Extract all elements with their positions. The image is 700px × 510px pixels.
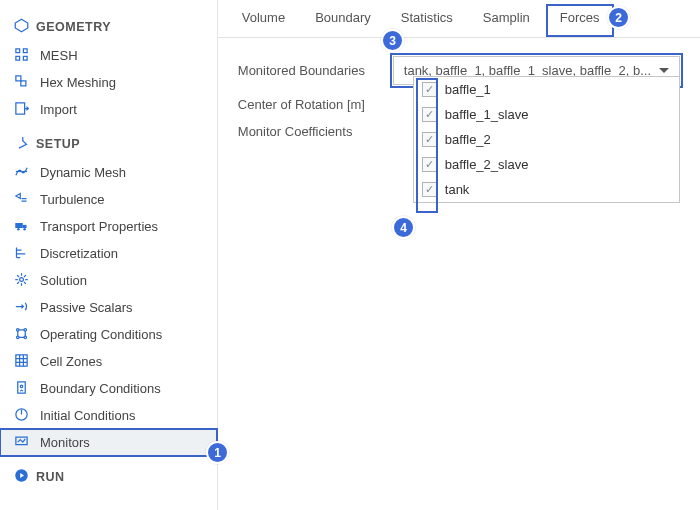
- nav-solution[interactable]: Solution: [0, 267, 217, 294]
- section-geometry[interactable]: GEOMETRY: [0, 12, 217, 42]
- main-panel: Volume Boundary Statistics Samplin Force…: [218, 0, 700, 510]
- svg-rect-6: [16, 103, 25, 114]
- section-label: RUN: [36, 470, 65, 484]
- svg-point-14: [17, 336, 20, 339]
- nav-label: Initial Conditions: [40, 408, 135, 423]
- section-label: GEOMETRY: [36, 20, 111, 34]
- checkbox-icon[interactable]: ✓: [422, 182, 437, 197]
- nav-initial-conditions[interactable]: Initial Conditions: [0, 402, 217, 429]
- nav-mesh[interactable]: MESH: [0, 42, 217, 69]
- nav-label: Turbulence: [40, 192, 105, 207]
- nav-label: MESH: [40, 48, 78, 63]
- operating-icon: [14, 326, 40, 343]
- boundary-icon: [14, 380, 40, 397]
- dynamic-icon: [14, 164, 40, 181]
- monitor-coeff-label: Monitor Coefficients: [238, 124, 393, 139]
- initial-icon: [14, 407, 40, 424]
- monitors-icon: [14, 434, 40, 451]
- nav-label: Hex Meshing: [40, 75, 116, 90]
- nav-hex-meshing[interactable]: Hex Meshing: [0, 69, 217, 96]
- callout-badge-4: 4: [392, 216, 415, 239]
- sidebar: GEOMETRY MESH Hex Meshing Import SETUP D…: [0, 0, 218, 510]
- tab-forces[interactable]: Forces: [546, 4, 614, 37]
- nav-monitors[interactable]: Monitors: [0, 429, 217, 456]
- option-label: baffle_1: [445, 82, 491, 97]
- solution-icon: [14, 272, 40, 289]
- svg-rect-1: [23, 49, 27, 53]
- tab-boundary[interactable]: Boundary: [301, 4, 385, 37]
- nav-label: Boundary Conditions: [40, 381, 161, 396]
- mesh-icon: [14, 47, 40, 64]
- option-tank[interactable]: ✓ tank: [414, 177, 679, 202]
- import-icon: [14, 101, 40, 118]
- tab-volume[interactable]: Volume: [228, 4, 299, 37]
- nav-label: Transport Properties: [40, 219, 158, 234]
- checkbox-icon[interactable]: ✓: [422, 107, 437, 122]
- svg-rect-5: [21, 81, 26, 86]
- scalars-icon: [14, 299, 40, 316]
- discretization-icon: [14, 245, 40, 262]
- svg-point-10: [23, 228, 26, 231]
- svg-rect-2: [16, 56, 20, 60]
- boundaries-dropdown-list: ✓ baffle_1 ✓ baffle_1_slave ✓ baffle_2 ✓…: [413, 76, 680, 203]
- callout-badge-1: 1: [206, 441, 229, 464]
- nav-label: Solution: [40, 273, 87, 288]
- option-baffle-2-slave[interactable]: ✓ baffle_2_slave: [414, 152, 679, 177]
- nav-transport[interactable]: Transport Properties: [0, 213, 217, 240]
- callout-badge-2: 2: [607, 6, 630, 29]
- nav-label: Cell Zones: [40, 354, 102, 369]
- hex-icon: [14, 74, 40, 91]
- tab-label: Statistics: [401, 10, 453, 25]
- tab-label: Forces: [560, 10, 600, 25]
- section-run[interactable]: RUN: [0, 462, 217, 492]
- option-label: baffle_2_slave: [445, 157, 529, 172]
- tab-label: Samplin: [483, 10, 530, 25]
- svg-rect-7: [15, 223, 23, 228]
- svg-point-9: [17, 228, 20, 231]
- svg-rect-0: [16, 49, 20, 53]
- nav-operating[interactable]: Operating Conditions: [0, 321, 217, 348]
- nav-label: Passive Scalars: [40, 300, 132, 315]
- nav-import[interactable]: Import: [0, 96, 217, 123]
- tab-label: Boundary: [315, 10, 371, 25]
- svg-rect-16: [16, 355, 27, 366]
- cellzones-icon: [14, 353, 40, 370]
- option-baffle-2[interactable]: ✓ baffle_2: [414, 127, 679, 152]
- nav-cell-zones[interactable]: Cell Zones: [0, 348, 217, 375]
- nav-dynamic-mesh[interactable]: Dynamic Mesh: [0, 159, 217, 186]
- tab-sampling[interactable]: Samplin: [469, 4, 544, 37]
- svg-point-12: [17, 329, 20, 332]
- section-label: SETUP: [36, 137, 80, 151]
- svg-rect-3: [23, 56, 27, 60]
- nav-boundary-conditions[interactable]: Boundary Conditions: [0, 375, 217, 402]
- nav-label: Monitors: [40, 435, 90, 450]
- nav-passive-scalars[interactable]: Passive Scalars: [0, 294, 217, 321]
- svg-point-13: [24, 329, 27, 332]
- svg-rect-4: [16, 76, 21, 81]
- option-label: tank: [445, 182, 470, 197]
- nav-turbulence[interactable]: Turbulence: [0, 186, 217, 213]
- section-setup[interactable]: SETUP: [0, 129, 217, 159]
- setup-icon: [14, 135, 36, 153]
- nav-label: Import: [40, 102, 77, 117]
- transport-icon: [14, 218, 40, 235]
- nav-label: Discretization: [40, 246, 118, 261]
- option-label: baffle_1_slave: [445, 107, 529, 122]
- monitored-boundaries-label: Monitored Boundaries: [238, 63, 393, 78]
- svg-rect-8: [23, 225, 27, 228]
- option-baffle-1-slave[interactable]: ✓ baffle_1_slave: [414, 102, 679, 127]
- nav-label: Dynamic Mesh: [40, 165, 126, 180]
- nav-label: Operating Conditions: [40, 327, 162, 342]
- svg-point-11: [20, 278, 24, 282]
- option-baffle-1[interactable]: ✓ baffle_1: [414, 77, 679, 102]
- checkbox-icon[interactable]: ✓: [422, 82, 437, 97]
- svg-point-15: [24, 336, 27, 339]
- nav-discretization[interactable]: Discretization: [0, 240, 217, 267]
- checkbox-icon[interactable]: ✓: [422, 132, 437, 147]
- checkbox-icon[interactable]: ✓: [422, 157, 437, 172]
- geometry-icon: [14, 18, 36, 36]
- tab-label: Volume: [242, 10, 285, 25]
- run-icon: [14, 468, 36, 486]
- turbulence-icon: [14, 191, 40, 208]
- option-label: baffle_2: [445, 132, 491, 147]
